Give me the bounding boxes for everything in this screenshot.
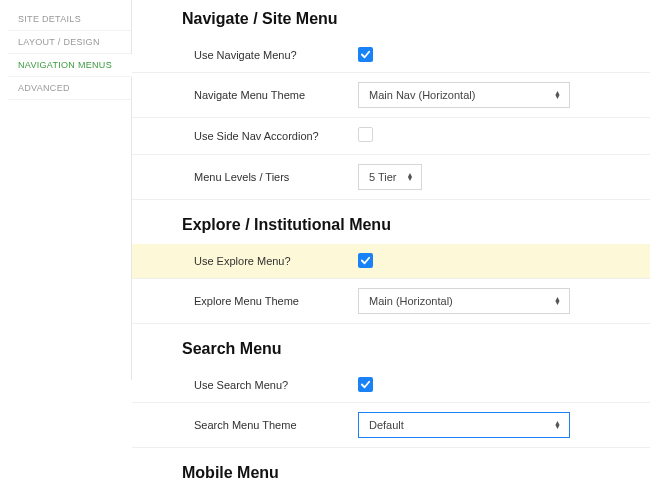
sidebar-item-label: LAYOUT / DESIGN bbox=[18, 37, 100, 47]
chevron-updown-icon: ▲▼ bbox=[554, 421, 561, 429]
check-icon bbox=[360, 255, 371, 266]
field-use-mobile-menu: Use Mobile Menu? bbox=[132, 492, 650, 501]
field-use-explore-menu: Use Explore Menu? bbox=[132, 244, 650, 279]
check-icon bbox=[360, 379, 371, 390]
sidebar-item-advanced[interactable]: ADVANCED bbox=[8, 77, 131, 100]
field-label: Use Side Nav Accordion? bbox=[194, 130, 358, 142]
chevron-updown-icon: ▲▼ bbox=[554, 91, 561, 99]
section-title-explore: Explore / Institutional Menu bbox=[132, 200, 650, 244]
menu-levels-select[interactable]: 5 Tier ▲▼ bbox=[358, 164, 422, 190]
field-label: Explore Menu Theme bbox=[194, 295, 358, 307]
field-use-side-nav-accordion: Use Side Nav Accordion? bbox=[132, 118, 650, 155]
field-label: Search Menu Theme bbox=[194, 419, 358, 431]
select-value: 5 Tier bbox=[369, 171, 397, 183]
sidebar-item-layout-design[interactable]: LAYOUT / DESIGN bbox=[8, 31, 131, 54]
explore-menu-theme-select[interactable]: Main (Horizontal) ▲▼ bbox=[358, 288, 570, 314]
navigate-menu-theme-select[interactable]: Main Nav (Horizontal) ▲▼ bbox=[358, 82, 570, 108]
section-title-search: Search Menu bbox=[132, 324, 650, 368]
field-explore-menu-theme: Explore Menu Theme Main (Horizontal) ▲▼ bbox=[132, 279, 650, 324]
field-label: Use Navigate Menu? bbox=[194, 49, 358, 61]
use-side-nav-accordion-checkbox[interactable] bbox=[358, 127, 373, 142]
select-value: Main (Horizontal) bbox=[369, 295, 453, 307]
sidebar-item-site-details[interactable]: SITE DETAILS bbox=[8, 8, 131, 31]
sidebar-item-label: SITE DETAILS bbox=[18, 14, 81, 24]
field-use-search-menu: Use Search Menu? bbox=[132, 368, 650, 403]
chevron-updown-icon: ▲▼ bbox=[554, 297, 561, 305]
chevron-updown-icon: ▲▼ bbox=[407, 173, 414, 181]
sidebar-item-navigation-menus[interactable]: NAVIGATION MENUS bbox=[8, 54, 132, 77]
field-search-menu-theme: Search Menu Theme Default ▲▼ bbox=[132, 403, 650, 448]
sidebar-item-label: ADVANCED bbox=[18, 83, 70, 93]
field-navigate-menu-theme: Navigate Menu Theme Main Nav (Horizontal… bbox=[132, 73, 650, 118]
settings-sidebar: SITE DETAILS LAYOUT / DESIGN NAVIGATION … bbox=[0, 0, 132, 380]
use-search-menu-checkbox[interactable] bbox=[358, 377, 373, 392]
select-value: Main Nav (Horizontal) bbox=[369, 89, 475, 101]
field-menu-levels-tiers: Menu Levels / Tiers 5 Tier ▲▼ bbox=[132, 155, 650, 200]
select-value: Default bbox=[369, 419, 404, 431]
settings-main: Navigate / Site Menu Use Navigate Menu? … bbox=[132, 0, 650, 501]
field-use-navigate-menu: Use Navigate Menu? bbox=[132, 38, 650, 73]
field-label: Use Search Menu? bbox=[194, 379, 358, 391]
use-navigate-menu-checkbox[interactable] bbox=[358, 47, 373, 62]
field-label: Navigate Menu Theme bbox=[194, 89, 358, 101]
check-icon bbox=[360, 49, 371, 60]
sidebar-item-label: NAVIGATION MENUS bbox=[18, 60, 112, 70]
field-label: Use Explore Menu? bbox=[194, 255, 358, 267]
section-title-navigate: Navigate / Site Menu bbox=[132, 4, 650, 38]
field-label: Menu Levels / Tiers bbox=[194, 171, 358, 183]
search-menu-theme-select[interactable]: Default ▲▼ bbox=[358, 412, 570, 438]
use-explore-menu-checkbox[interactable] bbox=[358, 253, 373, 268]
section-title-mobile: Mobile Menu bbox=[132, 448, 650, 492]
